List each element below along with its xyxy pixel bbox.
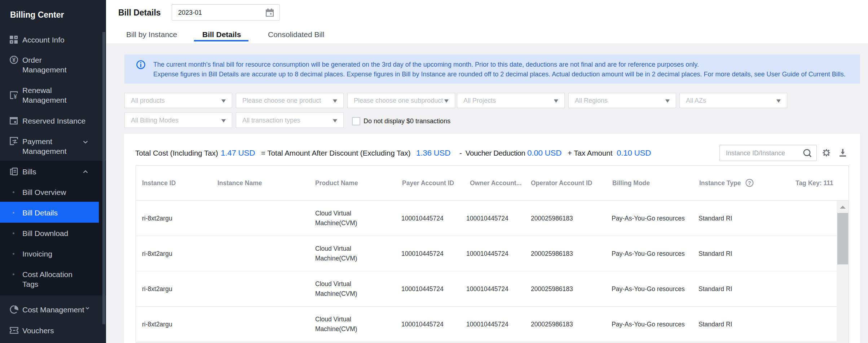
- svg-text:?: ?: [748, 180, 751, 186]
- svg-text:¥: ¥: [12, 57, 16, 63]
- svg-text:¥: ¥: [14, 94, 17, 99]
